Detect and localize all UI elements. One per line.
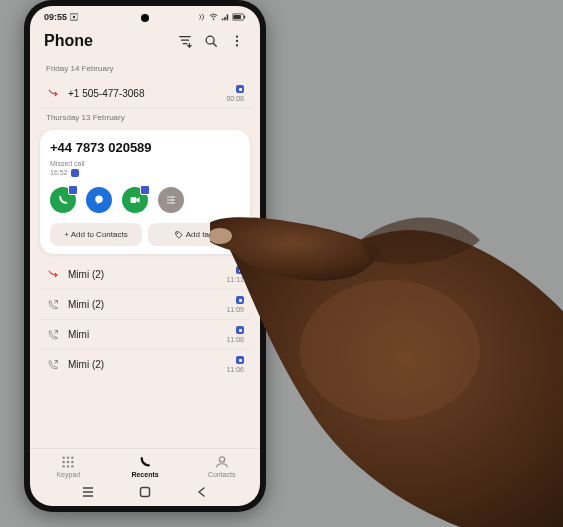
sim-badge (236, 296, 244, 304)
call-name: Mimi (68, 329, 218, 340)
tag-icon (175, 231, 183, 239)
call-row[interactable]: Mimi11:08 (40, 320, 250, 350)
date-header-thursday: Thursday 13 February (40, 109, 250, 128)
sim-badge (236, 356, 244, 364)
call-number: +1 505-477-3068 (68, 88, 218, 99)
phone-device-frame: 09:55 Phone Friday 14 February (24, 0, 266, 512)
call-meta: 11:08 (226, 326, 244, 343)
expanded-number: +44 7873 020589 (50, 140, 240, 155)
call-button[interactable] (50, 187, 76, 213)
page-title: Phone (44, 32, 168, 50)
call-time: 11:11 (226, 276, 244, 283)
sys-back-button[interactable] (196, 486, 208, 498)
add-tag-button[interactable]: Add tag (148, 223, 240, 246)
call-time: 11:09 (226, 306, 244, 313)
message-button[interactable] (86, 187, 112, 213)
svg-point-26 (63, 465, 65, 467)
bottom-nav: Keypad Recents Contacts (30, 448, 260, 480)
status-clock: 09:55 (44, 12, 67, 22)
call-name: Mimi (2) (68, 269, 218, 280)
svg-point-25 (71, 461, 73, 463)
nav-label: Recents (131, 471, 158, 478)
video-call-button[interactable] (122, 187, 148, 213)
sim-badge (71, 169, 79, 177)
call-time: 11:06 (226, 366, 244, 373)
svg-rect-4 (233, 15, 241, 19)
nav-recents[interactable]: Recents (107, 455, 184, 478)
expanded-time: 16:52 (50, 169, 68, 176)
svg-point-35 (300, 280, 480, 420)
call-row[interactable]: +1 505-477-3068 00:08 (40, 79, 250, 109)
expanded-sub: Missed call 16:52 (50, 159, 240, 177)
secondary-action-row: + Add to Contacts Add tag (50, 223, 240, 246)
svg-point-17 (167, 203, 169, 205)
sys-home-button[interactable] (139, 486, 151, 498)
nfc-icon (198, 13, 206, 21)
call-meta: 11:11 (226, 266, 244, 283)
svg-point-27 (67, 465, 69, 467)
svg-point-21 (67, 456, 69, 458)
call-row[interactable]: Mimi (2)11:06 (40, 350, 250, 379)
battery-icon (232, 13, 246, 21)
call-list: Mimi (2)11:11Mimi (2)11:09Mimi11:08Mimi … (40, 260, 250, 379)
expanded-status: Missed call (50, 160, 85, 167)
wifi-icon (209, 13, 218, 21)
svg-line-7 (213, 43, 216, 46)
svg-point-20 (63, 456, 65, 458)
search-icon[interactable] (202, 32, 220, 50)
front-camera (141, 14, 149, 22)
phone-screen: 09:55 Phone Friday 14 February (30, 6, 260, 506)
details-button[interactable] (158, 187, 184, 213)
date-header-friday: Friday 14 February (40, 60, 250, 79)
nav-label: Keypad (56, 471, 80, 478)
filter-icon[interactable] (176, 32, 194, 50)
svg-point-8 (236, 35, 238, 37)
nav-contacts[interactable]: Contacts (183, 455, 260, 478)
call-meta: 11:06 (226, 356, 244, 373)
contacts-icon (215, 455, 229, 469)
call-name: Mimi (2) (68, 359, 218, 370)
svg-point-19 (176, 233, 177, 234)
svg-rect-5 (244, 15, 245, 18)
svg-point-11 (95, 196, 103, 204)
sim-badge (68, 185, 78, 195)
svg-point-28 (71, 465, 73, 467)
svg-rect-16 (170, 200, 175, 201)
svg-rect-18 (170, 203, 175, 204)
svg-point-10 (236, 44, 238, 46)
svg-point-22 (71, 456, 73, 458)
sim-badge (236, 266, 244, 274)
sys-recents-button[interactable] (82, 486, 94, 498)
svg-rect-12 (131, 197, 137, 203)
add-to-contacts-button[interactable]: + Add to Contacts (50, 223, 142, 246)
app-header: Phone (30, 24, 260, 60)
outgoing-call-icon (46, 358, 60, 372)
record-icon (70, 13, 78, 21)
signal-icon (221, 13, 229, 21)
outgoing-call-icon (46, 298, 60, 312)
call-time: 00:08 (226, 95, 244, 102)
sim-badge (236, 85, 244, 93)
svg-point-13 (167, 197, 169, 199)
svg-point-1 (73, 16, 75, 18)
svg-point-9 (236, 40, 238, 42)
sim-badge (236, 326, 244, 334)
expanded-call-card: +44 7873 020589 Missed call 16:52 (40, 130, 250, 254)
svg-point-15 (167, 200, 169, 202)
svg-point-24 (67, 461, 69, 463)
call-meta: 00:08 (226, 85, 244, 102)
svg-point-2 (213, 19, 214, 20)
nav-label: Contacts (208, 471, 236, 478)
more-icon[interactable] (228, 32, 246, 50)
call-row[interactable]: Mimi (2)11:11 (40, 260, 250, 290)
call-time: 11:08 (226, 336, 244, 343)
missed-call-icon (46, 87, 60, 101)
call-name: Mimi (2) (68, 299, 218, 310)
call-row[interactable]: Mimi (2)11:09 (40, 290, 250, 320)
recents-icon (138, 455, 152, 469)
svg-rect-14 (170, 197, 175, 198)
system-nav-bar (30, 480, 260, 506)
call-log-content: Friday 14 February +1 505-477-3068 00:08… (30, 60, 260, 448)
nav-keypad[interactable]: Keypad (30, 455, 107, 478)
call-meta: 11:09 (226, 296, 244, 313)
